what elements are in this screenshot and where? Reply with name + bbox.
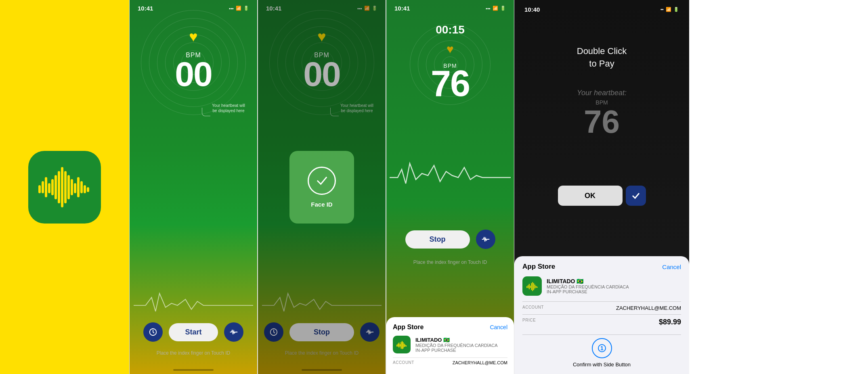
- panel-app-icon: [0, 0, 129, 374]
- ok-button[interactable]: OK: [558, 186, 623, 206]
- payment-info: ILIMITADO 🇧🇷 MEDIÇÃO DA FREQUÊNCIA CARDÍ…: [547, 278, 629, 294]
- svg-rect-21: [400, 344, 400, 347]
- svg-text:1: 1: [600, 345, 604, 351]
- status-time: 10:41: [138, 5, 153, 12]
- heart-icon: ♥: [189, 28, 197, 45]
- svg-rect-18: [396, 345, 397, 347]
- ok-button-row: OK: [514, 186, 689, 206]
- payment-account-label: ACCOUNT: [522, 305, 544, 311]
- ok-check-button[interactable]: [626, 186, 646, 206]
- svg-rect-3: [48, 183, 50, 193]
- sheet-cancel-4[interactable]: Cancel: [490, 324, 507, 330]
- heart-icon-container: ♥: [189, 28, 197, 45]
- heartbeat-note: Your heartbeat will be displayed here: [212, 103, 245, 113]
- bpm-value: 00: [175, 56, 212, 91]
- panel-apple-pay: 10:40 ▪▪ 📶 🔋 Double Click to Pay Your he…: [514, 0, 689, 374]
- svg-rect-29: [528, 285, 528, 288]
- payment-sheet-cancel[interactable]: Cancel: [662, 263, 681, 270]
- payment-account-value: ZACHERYHALL@ME.COM: [616, 305, 681, 311]
- controls-bar: Start: [130, 322, 257, 342]
- status-icons: ▪▪▪ 📶 🔋: [229, 6, 249, 11]
- waveform-4: [386, 153, 514, 194]
- svg-rect-37: [537, 286, 538, 288]
- svg-rect-4: [51, 179, 54, 195]
- sheet-title-4: App Store: [393, 324, 424, 331]
- svg-rect-27: [406, 345, 407, 347]
- payment-app-desc: MEDIÇÃO DA FREQUÊNCIA CARDÍACA IN-APP PU…: [547, 284, 629, 294]
- confirm-section: 1 Confirm with Side Button: [522, 334, 681, 368]
- svg-rect-1: [42, 181, 44, 193]
- dark-status-bar: 10:40 ▪▪ 📶 🔋: [514, 0, 689, 13]
- payment-app-icon: [522, 276, 542, 296]
- waveform: [134, 285, 253, 318]
- face-id-check-circle: [308, 167, 336, 195]
- home-indicator: [173, 369, 214, 371]
- app-store-sheet-4: App Store Cancel: [386, 317, 514, 374]
- svg-rect-6: [58, 171, 60, 203]
- stop-button-4[interactable]: Stop: [405, 230, 470, 249]
- svg-rect-25: [404, 343, 405, 347]
- status-icons-4: ▪▪▪ 📶 🔋: [486, 6, 506, 11]
- svg-rect-5: [55, 175, 57, 199]
- app-icon[interactable]: [28, 151, 101, 224]
- bpm-value-dark: 76: [514, 106, 689, 138]
- bpm-value-4: 76: [431, 65, 470, 102]
- payment-price-label: PRICE: [522, 318, 536, 326]
- bg-heartbeat-content: Your heartbeat: BPM 76: [514, 89, 689, 138]
- signal-icon-4: ▪▪▪: [486, 6, 491, 11]
- ecg-button[interactable]: [224, 322, 243, 342]
- battery-icon-4: 🔋: [500, 6, 506, 11]
- heart-icon-container-4: ♥: [447, 42, 454, 56]
- sheet-app-info-4: ILIMITADO 🇧🇷 MEDIÇÃO DA FREQUÊNCIA CARDÍ…: [415, 337, 507, 353]
- ecg-button-4[interactable]: [476, 230, 495, 249]
- timer-value: 00:15: [436, 23, 465, 36]
- payment-price-row: PRICE $89.99: [522, 314, 681, 330]
- face-id-overlay[interactable]: Face ID: [258, 0, 386, 374]
- svg-rect-20: [398, 343, 399, 348]
- svg-rect-22: [400, 342, 401, 349]
- svg-rect-23: [402, 341, 403, 349]
- payment-app-name: ILIMITADO 🇧🇷: [547, 278, 629, 284]
- svg-rect-8: [64, 171, 67, 203]
- sheet-header-4: App Store Cancel: [393, 324, 507, 331]
- touch-id-text-4: Place the index finger on Touch ID: [386, 259, 514, 265]
- dark-signal-icon: ▪▪: [660, 7, 664, 12]
- heart-icon-4: ♥: [447, 42, 454, 56]
- svg-rect-14: [84, 185, 86, 193]
- status-bar: 10:41 ▪▪▪ 📶 🔋: [130, 5, 257, 12]
- svg-rect-15: [87, 187, 89, 192]
- svg-rect-33: [532, 282, 533, 291]
- start-button[interactable]: Start: [169, 323, 218, 341]
- svg-rect-30: [529, 284, 530, 289]
- payment-item: ILIMITADO 🇧🇷 MEDIÇÃO DA FREQUÊNCIA CARDÍ…: [522, 276, 681, 296]
- svg-rect-34: [533, 283, 534, 290]
- your-heartbeat-dark: Your heartbeat:: [514, 89, 689, 97]
- payment-sheet: App Store Cancel: [514, 256, 689, 374]
- payment-sheet-title: App Store: [522, 263, 555, 271]
- svg-rect-0: [38, 185, 41, 193]
- svg-rect-36: [536, 286, 537, 288]
- payment-sheet-header: App Store Cancel: [522, 263, 681, 271]
- svg-rect-11: [74, 183, 76, 193]
- battery-icon: 🔋: [243, 6, 249, 11]
- dark-status-icons: ▪▪ 📶 🔋: [660, 7, 679, 12]
- controls-bar-4: Stop: [386, 230, 514, 249]
- sheet-app-name-4: ILIMITADO 🇧🇷: [415, 337, 507, 343]
- svg-rect-13: [80, 181, 83, 193]
- history-button[interactable]: [143, 322, 163, 342]
- sheet-account-row-4: ACCOUNT ZACHERYHALL@ME.COM: [393, 357, 507, 368]
- sheet-app-desc-4: MEDIÇÃO DA FREQUÊNCIA CARDÍACA IN-APP PU…: [415, 343, 507, 353]
- payment-account-row: ACCOUNT ZACHERYHALL@ME.COM: [522, 301, 681, 314]
- dark-status-time: 10:40: [524, 6, 540, 13]
- dark-wifi-icon: 📶: [666, 7, 671, 12]
- face-id-box: Face ID: [289, 151, 354, 224]
- wifi-icon: 📶: [236, 6, 241, 11]
- svg-rect-28: [526, 286, 527, 288]
- sheet-app-item-4: ILIMITADO 🇧🇷 MEDIÇÃO DA FREQUÊNCIA CARDÍ…: [393, 336, 507, 353]
- double-click-pay: Double Click to Pay: [514, 45, 689, 70]
- touch-id-text: Place the index finger on Touch ID: [130, 350, 257, 356]
- svg-rect-35: [535, 284, 535, 288]
- svg-rect-26: [405, 345, 406, 347]
- svg-rect-31: [530, 286, 531, 288]
- sheet-app-icon-4: [393, 336, 411, 353]
